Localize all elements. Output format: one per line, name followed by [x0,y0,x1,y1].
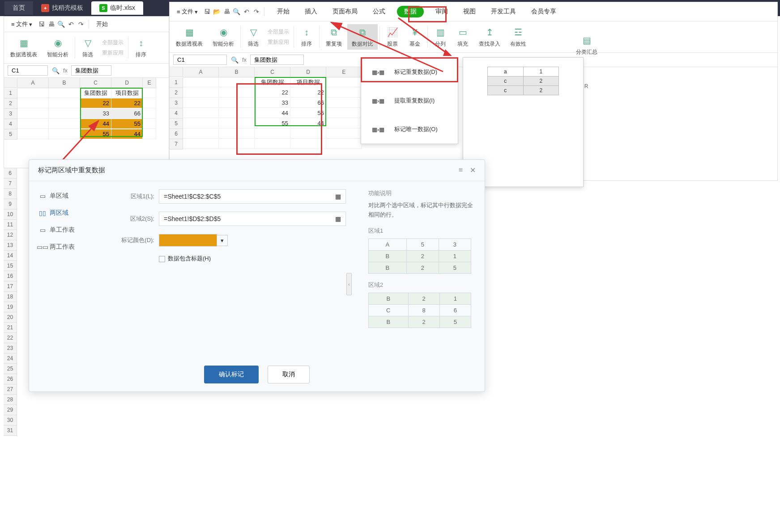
fill-btn[interactable]: ▭填充 [452,24,473,50]
dialog-sidebar: ▭单区域 ▯▯两区域 ▭单工作表 ▭▭两工作表 [29,181,101,360]
tab-template[interactable]: ✦ 找稻壳模板 [33,1,91,15]
example-table2: B21 C86 B25 [368,293,471,328]
sheet-icon: ▭ [39,192,46,200]
reapply-left[interactable]: 重新应用 [102,49,124,57]
print-icon[interactable]: 🖶 [47,20,55,28]
template-icon: ✦ [41,4,49,12]
side-single[interactable]: ▭单区域 [33,187,97,204]
stock-btn[interactable]: 📈股票 [382,24,403,50]
color-dropdown-icon[interactable]: ▾ [217,235,228,246]
zoom-icon[interactable]: 🔍 [51,67,60,75]
file-menu-right[interactable]: ≡ 文件 ▾ [173,6,201,17]
side-double[interactable]: ▯▯两区域 [33,204,97,221]
filter-btn[interactable]: ▽筛选 [243,24,264,50]
tab-insert[interactable]: 插入 [301,6,321,17]
tab-start-left[interactable]: 开始 [93,18,111,30]
preview-icon[interactable]: 🔍 [57,20,65,28]
wps-icon: S [99,4,107,12]
row-headers-bg: 678910 1112131415 1617181920 2122232425 … [4,168,29,436]
side-sheet1[interactable]: ▭单工作表 [33,221,97,238]
dd-mark-unique[interactable]: ▦›▦ 标记唯一数据(O) [361,115,458,144]
sort-btn[interactable]: ↕排序 [296,24,317,50]
fx-label: fx [63,67,68,74]
range-picker-icon[interactable]: ▦ [335,193,341,200]
lookup-btn[interactable]: ↥查找录入 [474,24,505,50]
dialog-title: 标记两区域中重复数据 [38,166,105,174]
showall-left[interactable]: 全部显示 [102,39,124,47]
side-sheet2[interactable]: ▭▭两工作表 [33,238,97,255]
undo-icon[interactable]: ↶ [67,20,75,28]
print-icon[interactable]: 🖶 [223,8,231,16]
menu-icon[interactable]: ≡ [459,166,463,174]
label-range1: 区域1(L): [114,192,154,200]
tab-formula[interactable]: 公式 [369,6,389,17]
tab-pagelayout[interactable]: 页面布局 [329,6,361,17]
confirm-button[interactable]: 确认标记 [204,366,259,383]
save-icon[interactable]: 🖫 [38,20,46,28]
input-range2[interactable]: =Sheet1!$D$2:$D$5▦ [159,212,346,226]
single-sheet-icon: ▭ [39,226,46,234]
filter-btn-left[interactable]: ▽筛选 [77,35,98,60]
tab-devtools[interactable]: 开发工具 [487,6,520,17]
dd-icon: ▦›▦ [367,65,389,79]
sort-btn-left[interactable]: ↕排序 [130,35,152,60]
open-icon[interactable]: 📂 [213,8,221,16]
save-icon[interactable]: 🖫 [203,8,211,16]
double-sheet-icon: ▭▭ [39,243,46,251]
compare-btn[interactable]: ⧉数据对比 [347,24,378,50]
preview-icon[interactable]: 🔍 [233,8,241,16]
color-swatch[interactable] [159,234,217,247]
tab-data[interactable]: 数据 [397,6,424,17]
pivot-btn[interactable]: ▦数据透视表 [171,24,207,50]
tab-review[interactable]: 审阅 [432,6,452,17]
preview-table: a1 c2 c2 [487,67,559,95]
range-picker-icon[interactable]: ▦ [335,215,341,222]
showall[interactable]: 全部显示 [268,28,289,36]
formula-left[interactable] [71,65,111,76]
menu-tabs: 开始 插入 页面布局 公式 数据 审阅 视图 开发工具 会员专享 [268,4,565,19]
formula-right[interactable] [250,55,304,65]
dup-btn[interactable]: ⧉重复项 [321,24,346,50]
tab-member[interactable]: 会员专享 [528,6,560,17]
example-table1: A53 B21 B25 [368,238,471,274]
smart-btn-left[interactable]: ◉智能分析 [43,35,73,60]
dialog-description: 功能说明 对比两个选中区域，标记其中行数据完全相同的行。 区域1 A53 B21… [359,181,485,360]
tab-file[interactable]: S 临时.xlsx [91,1,143,15]
undo-icon[interactable]: ↶ [243,8,251,16]
dd-extract-dup[interactable]: ▦›▦ 提取重复数据(I) [361,86,458,115]
tab-home[interactable]: 首页 [4,1,33,15]
dd-mark-dup[interactable]: ▦›▦ 标记重复数据(D) [361,58,458,86]
fx-label: fx [242,56,247,63]
dd-icon: ▦›▦ [367,94,389,108]
smart-btn[interactable]: ◉智能分析 [208,24,239,50]
grid-left[interactable]: A B C D E 1集团数据项目数据 22222 33366 44455 55… [4,78,169,140]
pivot-btn-left[interactable]: ▦数据透视表 [6,35,42,60]
close-icon[interactable]: ✕ [470,166,476,174]
dd-icon: ▦›▦ [367,122,389,136]
redo-icon[interactable]: ↷ [252,8,260,16]
file-menu-left[interactable]: ≡ 文件 ▾ [8,18,36,30]
redo-icon[interactable]: ↷ [77,20,85,28]
split-btn[interactable]: ▥分列 [430,24,451,50]
cancel-button[interactable]: 取消 [268,366,310,383]
cellref-right[interactable] [173,55,227,65]
checkbox-headers[interactable]: 数据包含标题(H) [159,255,211,263]
fund-btn[interactable]: ¥基金 [404,24,426,50]
tab-start[interactable]: 开始 [273,6,293,17]
label-range2: 区域2(S): [114,215,154,223]
tab-view[interactable]: 视图 [460,6,479,17]
collapse-handle[interactable]: ‹ [346,273,352,295]
compare-dropdown: ▦›▦ 标记重复数据(D) ▦›▦ 提取重复数据(I) ▦›▦ 标记唯一数据(O… [361,57,458,144]
label-color: 标记颜色(D): [114,236,154,244]
mark-dup-dialog: 标记两区域中重复数据 ≡ ✕ ▭单区域 ▯▯两区域 ▭单工作表 ▭▭两工作表 区… [29,159,485,392]
zoom-icon[interactable]: 🔍 [230,56,239,64]
cellref-left[interactable] [8,65,48,76]
reapply[interactable]: 重新应用 [268,38,289,46]
left-window: ≡ 文件 ▾ 🖫 🖶 🔍 ↶ ↷ 开始 ▦数据透视表 ◉智能分析 ▽筛选 全部显… [4,16,169,168]
input-range1[interactable]: =Sheet1!$C$2:$C$5▦ [159,189,346,204]
valid-btn[interactable]: ☲有效性 [506,24,531,50]
sheets-icon: ▯▯ [39,209,46,217]
